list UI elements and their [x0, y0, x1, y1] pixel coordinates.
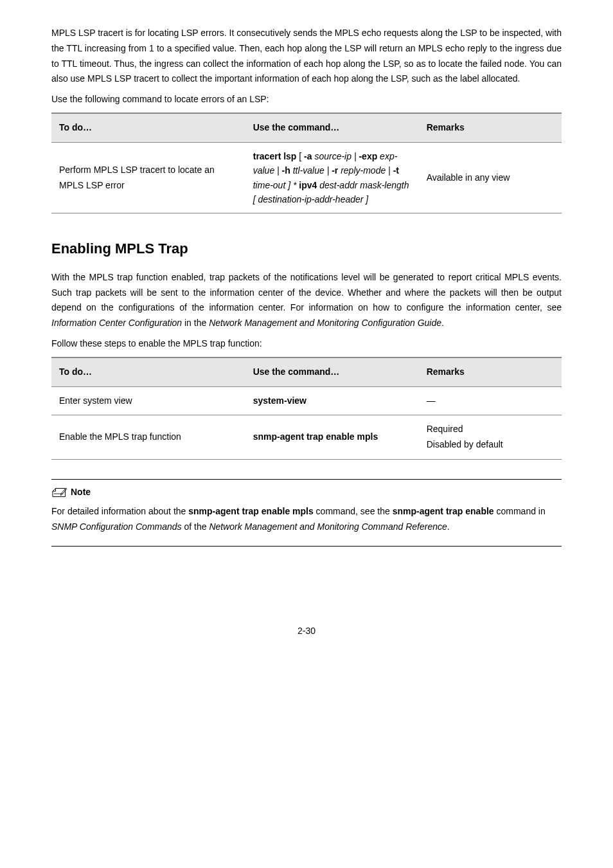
- text-span: command in: [494, 506, 546, 516]
- table-cell: snmp-agent trap enable mpls: [245, 415, 419, 460]
- table-cell: Available in any view: [419, 142, 562, 213]
- text-span: command, see the: [314, 506, 393, 516]
- table-header: Use the command…: [245, 113, 419, 142]
- body-paragraph: MPLS LSP tracert is for locating LSP err…: [51, 26, 562, 87]
- table-cell: system-view: [245, 386, 419, 415]
- italic-reference: Network Management and Monitoring Comman…: [209, 521, 447, 532]
- table-header: To do…: [51, 357, 245, 386]
- body-paragraph: Use the following command to locate erro…: [51, 92, 562, 107]
- divider: [51, 479, 562, 480]
- italic-reference: Network Management and Monitoring Config…: [209, 318, 441, 328]
- table-cell: Required Disabled by default: [419, 415, 562, 460]
- text-span: .: [441, 318, 444, 328]
- table-header: Remarks: [419, 113, 562, 142]
- cmd-keyword: -a: [304, 151, 312, 161]
- command-table-1: To do… Use the command… Remarks Perform …: [51, 113, 562, 213]
- cmd-keyword: -t: [393, 165, 399, 176]
- cmd-arg: time-out ] *: [253, 180, 299, 190]
- divider: [51, 546, 562, 547]
- text-span: of the: [182, 521, 209, 532]
- italic-reference: Information Center Configuration: [51, 318, 182, 328]
- cmd-keyword: snmp-agent trap enable: [393, 506, 494, 516]
- body-paragraph: Follow these steps to enable the MPLS tr…: [51, 336, 562, 352]
- cmd-keyword: -exp: [359, 151, 377, 161]
- text-span: .: [447, 521, 450, 532]
- cmd-keyword: system-view: [253, 395, 306, 406]
- note-header: Note: [51, 485, 562, 500]
- table-header: Use the command…: [245, 357, 419, 386]
- cmd-keyword: tracert lsp: [253, 151, 297, 161]
- body-paragraph: With the MPLS trap function enabled, tra…: [51, 270, 562, 331]
- table-cell: —: [419, 386, 562, 415]
- text-span: With the MPLS trap function enabled, tra…: [51, 272, 562, 313]
- table-cell: tracert lsp [ -a source-ip | -exp exp-va…: [245, 142, 419, 213]
- cmd-keyword: -r: [332, 165, 338, 176]
- cmd-keyword: snmp-agent trap enable mpls: [253, 431, 378, 442]
- command-table-2: To do… Use the command… Remarks Enter sy…: [51, 357, 562, 460]
- table-cell: Enter system view: [51, 386, 245, 415]
- section-heading: Enabling MPLS Trap: [51, 237, 562, 260]
- cell-line: Disabled by default: [427, 437, 554, 453]
- cmd-arg: ttl-value |: [290, 165, 332, 176]
- table-cell: Perform MPLS LSP tracert to locate an MP…: [51, 142, 245, 213]
- text-span: in the: [182, 318, 209, 328]
- cmd-arg: source-ip |: [312, 151, 359, 161]
- table-header: Remarks: [419, 357, 562, 386]
- cmd-keyword: ipv4: [299, 180, 317, 190]
- page-number: 2-30: [51, 624, 562, 639]
- cmd-keyword: -h: [282, 165, 290, 176]
- table-header: To do…: [51, 113, 245, 142]
- cmd-keyword: snmp-agent trap enable mpls: [188, 506, 313, 516]
- cell-line: Required: [427, 422, 554, 437]
- cmd-text: [: [296, 151, 304, 161]
- italic-reference: SNMP Configuration Commands: [51, 521, 182, 532]
- cmd-arg: reply-mode |: [338, 165, 393, 176]
- table-cell: Enable the MPLS trap function: [51, 415, 245, 460]
- text-span: For detailed information about the: [51, 506, 188, 516]
- note-body: For detailed information about the snmp-…: [51, 504, 562, 535]
- note-label: Note: [71, 485, 91, 500]
- note-icon: [51, 485, 68, 500]
